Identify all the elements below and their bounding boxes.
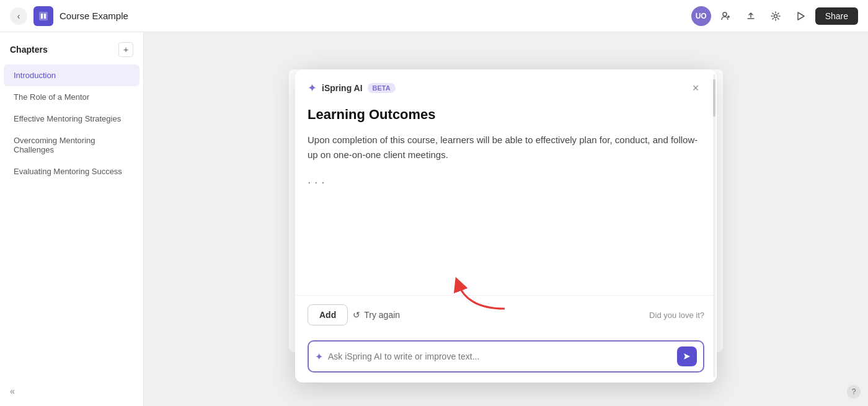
logo-icon bbox=[38, 11, 49, 22]
sidebar-item-label: Evaluating Mentoring Success bbox=[14, 167, 122, 176]
content-area: Setting clear objectives for the meeting… bbox=[144, 32, 868, 406]
modal-body-text: Upon completion of this course, learners… bbox=[308, 133, 704, 162]
refresh-icon: ↺ bbox=[353, 310, 360, 320]
add-chapter-button[interactable]: + bbox=[118, 42, 133, 57]
add-user-button[interactable] bbox=[716, 6, 736, 26]
modal-actions: Add ↺ Try again Did you love it? bbox=[295, 295, 717, 334]
sidebar-item-label: Overcoming Mentoring Challenges bbox=[14, 136, 95, 154]
sidebar-header: Chapters + bbox=[0, 42, 143, 64]
brand-name: iSpring AI bbox=[322, 83, 363, 93]
app-logo bbox=[33, 6, 53, 26]
modal-ellipsis: · · · bbox=[308, 162, 704, 194]
modal-overlay: ✦ iSpring AI BETA × Learning Outcomes Up… bbox=[144, 32, 868, 406]
sidebar-item-label: The Role of a Mentor bbox=[14, 92, 89, 102]
header-left: ‹ Course Example bbox=[10, 6, 128, 26]
play-button[interactable] bbox=[790, 6, 810, 26]
ai-modal: ✦ iSpring AI BETA × Learning Outcomes Up… bbox=[295, 69, 717, 382]
sidebar-title: Chapters bbox=[10, 45, 48, 55]
settings-icon bbox=[771, 11, 781, 21]
ai-text-input[interactable] bbox=[328, 351, 672, 361]
right-scrollbar[interactable] bbox=[861, 32, 868, 406]
avatar: UO bbox=[691, 6, 711, 26]
app-title: Course Example bbox=[60, 11, 128, 21]
svg-point-1 bbox=[723, 12, 727, 16]
sidebar-item-label: Effective Mentoring Strategies bbox=[14, 114, 121, 123]
play-icon bbox=[795, 11, 805, 21]
main-layout: Chapters + Introduction The Role of a Me… bbox=[0, 32, 868, 406]
sidebar-item-label: Introduction bbox=[14, 71, 56, 80]
add-button[interactable]: Add bbox=[308, 304, 348, 325]
share-button[interactable]: Share bbox=[815, 7, 858, 25]
try-again-button[interactable]: ↺ Try again bbox=[353, 310, 400, 320]
upload-button[interactable] bbox=[741, 6, 761, 26]
modal-body: Learning Outcomes Upon completion of thi… bbox=[295, 97, 717, 295]
svg-point-2 bbox=[774, 14, 777, 17]
svg-marker-3 bbox=[798, 12, 804, 20]
app-header: ‹ Course Example UO Share bbox=[0, 0, 868, 32]
modal-header: ✦ iSpring AI BETA × bbox=[295, 69, 717, 97]
sidebar-item-effective-strategies[interactable]: Effective Mentoring Strategies bbox=[4, 108, 140, 130]
sidebar-item-introduction[interactable]: Introduction bbox=[4, 64, 140, 86]
modal-input-area: ✦ bbox=[295, 334, 717, 382]
ai-send-button[interactable] bbox=[677, 346, 697, 366]
love-it-text: Did you love it? bbox=[649, 311, 704, 320]
send-icon bbox=[683, 352, 691, 361]
header-right: UO Share bbox=[691, 6, 858, 26]
beta-badge: BETA bbox=[368, 83, 396, 93]
ai-sparkle-icon: ✦ bbox=[315, 351, 323, 363]
modal-close-button[interactable]: × bbox=[687, 79, 704, 97]
scrollbar-thumb bbox=[713, 79, 715, 117]
modal-scrollbar[interactable] bbox=[712, 69, 717, 382]
add-user-icon bbox=[721, 11, 731, 21]
sidebar-collapse-button[interactable]: « bbox=[10, 386, 15, 396]
modal-title: Learning Outcomes bbox=[308, 107, 704, 123]
sidebar: Chapters + Introduction The Role of a Me… bbox=[0, 32, 144, 406]
svg-rect-0 bbox=[39, 12, 48, 20]
sidebar-item-role-of-mentor[interactable]: The Role of a Mentor bbox=[4, 86, 140, 108]
modal-brand: ✦ iSpring AI BETA bbox=[308, 81, 396, 95]
ispring-sparkle-icon: ✦ bbox=[308, 81, 317, 95]
back-button[interactable]: ‹ bbox=[10, 7, 27, 25]
sidebar-item-overcoming-challenges[interactable]: Overcoming Mentoring Challenges bbox=[4, 130, 140, 161]
ai-input-wrapper: ✦ bbox=[308, 340, 704, 373]
sidebar-item-evaluating-success[interactable]: Evaluating Mentoring Success bbox=[4, 161, 140, 182]
try-again-label: Try again bbox=[364, 310, 400, 320]
settings-button[interactable] bbox=[766, 6, 786, 26]
help-button[interactable]: ? bbox=[847, 385, 861, 399]
scrollbar-track bbox=[713, 74, 715, 377]
upload-icon bbox=[746, 11, 756, 21]
